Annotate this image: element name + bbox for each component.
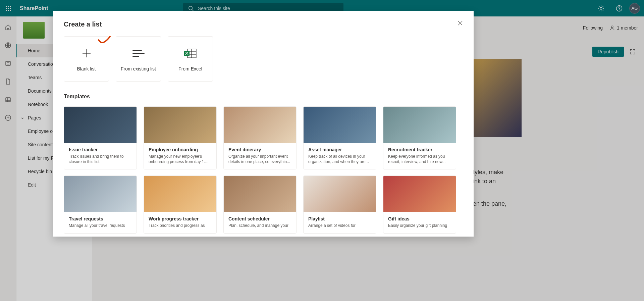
template-thumbnail — [144, 176, 216, 212]
modal-body: Create a list Blank list From existing l… — [53, 11, 474, 237]
template-title: Issue tracker — [69, 147, 132, 152]
create-option-from-existing[interactable]: From existing list — [116, 36, 161, 82]
template-description: Organize all your important event detail… — [228, 154, 291, 164]
template-thumbnail — [224, 107, 296, 143]
template-thumbnail — [144, 107, 216, 143]
template-title: Content scheduler — [228, 216, 291, 221]
template-title: Recruitment tracker — [388, 147, 451, 152]
template-description: Manage your new employee's onboarding pr… — [149, 154, 212, 164]
template-description: Keep track of all devices in your organi… — [308, 154, 371, 164]
template-thumbnail — [224, 176, 296, 212]
template-card-recruitment-tracker[interactable]: Recruitment trackerKeep everyone informe… — [383, 106, 456, 169]
template-title: Work progress tracker — [149, 216, 212, 221]
templates-title: Templates — [64, 94, 463, 100]
template-card-asset-manager[interactable]: Asset managerKeep track of all devices i… — [303, 106, 376, 169]
create-option-blank-list[interactable]: Blank list — [64, 36, 109, 82]
template-description: Track issues and bring them to closure i… — [69, 154, 132, 164]
template-thumbnail — [64, 176, 137, 212]
template-thumbnail — [383, 107, 456, 143]
modal-title: Create a list — [64, 20, 463, 28]
template-thumbnail — [383, 176, 456, 212]
template-description: Arrange a set of videos for — [308, 223, 371, 228]
template-card-issue-tracker[interactable]: Issue trackerTrack issues and bring them… — [64, 106, 137, 169]
template-thumbnail — [304, 176, 376, 212]
template-card-work-progress-tracker[interactable]: Work progress trackerTrack priorities an… — [144, 175, 217, 233]
template-title: Employee onboarding — [149, 147, 212, 152]
template-description: Plan, schedule, and manage your — [228, 223, 291, 228]
template-card-content-scheduler[interactable]: Content schedulerPlan, schedule, and man… — [223, 175, 297, 233]
template-thumbnail — [304, 107, 376, 143]
template-description: Keep everyone informed as you recruit, i… — [388, 154, 451, 164]
checkmark-annotation-icon — [97, 35, 111, 46]
list-lines-icon — [132, 47, 145, 60]
template-thumbnail — [64, 107, 137, 143]
template-card-event-itinerary[interactable]: Event itineraryOrganize all your importa… — [223, 106, 297, 169]
close-icon — [458, 20, 463, 26]
template-grid: Issue trackerTrack issues and bring them… — [64, 106, 463, 234]
template-card-employee-onboarding[interactable]: Employee onboardingManage your new emplo… — [144, 106, 217, 169]
template-card-gift-ideas[interactable]: Gift ideasEasily organize your gift plan… — [383, 175, 456, 233]
plus-icon — [81, 47, 92, 60]
template-description: Easily organize your gift planning — [388, 223, 451, 228]
template-card-travel-requests[interactable]: Travel requestsManage all your travel re… — [64, 175, 137, 233]
close-button[interactable] — [455, 18, 466, 29]
excel-icon — [184, 47, 197, 60]
template-description: Manage all your travel requests — [69, 223, 132, 228]
template-title: Playlist — [308, 216, 371, 221]
create-option-from-excel[interactable]: From Excel — [168, 36, 213, 82]
create-option-label: From existing list — [121, 66, 156, 71]
template-title: Asset manager — [308, 147, 371, 152]
template-card-playlist[interactable]: PlaylistArrange a set of videos for — [303, 175, 376, 233]
create-options-row: Blank list From existing list From Excel — [64, 36, 463, 82]
template-title: Travel requests — [69, 216, 132, 221]
create-list-modal: Create a list Blank list From existing l… — [53, 11, 474, 237]
create-option-label: Blank list — [77, 66, 96, 71]
template-title: Event itinerary — [228, 147, 291, 152]
create-option-label: From Excel — [178, 66, 202, 71]
template-title: Gift ideas — [388, 216, 451, 221]
template-description: Track priorities and progress as — [149, 223, 212, 228]
